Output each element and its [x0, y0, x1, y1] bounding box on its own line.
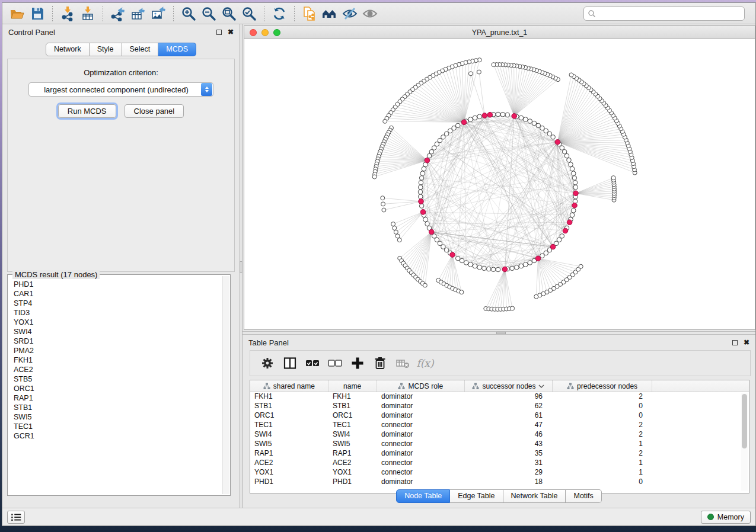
mcds-node-item[interactable]: SWI5 — [14, 412, 222, 422]
table-row[interactable]: ACE2ACE2connector311 — [250, 459, 749, 468]
mcds-node-item[interactable]: SRD1 — [14, 336, 222, 346]
add-column-button[interactable] — [346, 352, 369, 374]
column-header-shared-name[interactable]: shared name — [250, 380, 328, 392]
mcds-node-item[interactable]: SWI4 — [14, 327, 222, 336]
new-network-from-selection-button[interactable] — [299, 5, 320, 23]
control-panel-tabs: NetworkStyleSelectMCDS — [2, 43, 240, 56]
table-settings-button[interactable] — [256, 352, 279, 374]
mcds-node-item[interactable]: STB5 — [14, 374, 222, 384]
horizontal-splitter-handle[interactable] — [496, 332, 506, 334]
column-header-name[interactable]: name — [328, 380, 377, 392]
zoom-fit-button[interactable] — [219, 5, 239, 23]
table-row[interactable]: PHD1PHD1dominator180 — [250, 477, 749, 487]
mcds-node-item[interactable]: PHD1 — [14, 280, 222, 289]
deselect-all-icon — [328, 356, 342, 370]
close-table-panel-icon[interactable]: ✖ — [744, 339, 749, 346]
save-session-button[interactable] — [27, 5, 47, 23]
mcds-node-item[interactable]: ORC1 — [14, 384, 222, 393]
tab-node-table[interactable]: Node Table — [396, 489, 450, 503]
mcds-node-item[interactable]: PMA2 — [14, 346, 222, 355]
tab-motifs[interactable]: Motifs — [566, 489, 601, 503]
zoom-in-icon — [181, 6, 196, 21]
open-session-button[interactable] — [7, 5, 27, 23]
table-row[interactable]: TEC1TEC1connector472 — [250, 421, 749, 430]
column-header-predecessor-nodes[interactable]: predecessor nodes — [553, 380, 653, 392]
export-network-button[interactable] — [108, 5, 128, 23]
table-scrollbar[interactable] — [741, 393, 748, 491]
zoom-in-button[interactable] — [178, 5, 199, 23]
export-network-icon — [110, 6, 126, 21]
import-network-button[interactable] — [58, 5, 78, 23]
first-neighbors-button[interactable] — [320, 5, 340, 23]
table-row[interactable]: SWI4SWI4dominator462 — [250, 430, 749, 440]
export-table-button[interactable] — [128, 5, 148, 23]
run-mcds-button[interactable]: Run MCDS — [58, 104, 116, 118]
table-scrollbar-thumb[interactable] — [742, 394, 747, 448]
column-header-MCDS-role[interactable]: MCDS role — [377, 380, 465, 392]
mcds-node-item[interactable]: TID3 — [14, 308, 222, 318]
sort-chevron-icon — [538, 384, 544, 388]
network-graph[interactable] — [244, 39, 755, 329]
tab-select[interactable]: Select — [122, 43, 159, 56]
workspace: Control Panel ✖ NetworkStyleSelectMCDS O… — [2, 24, 755, 508]
fx-icon: f(x) — [416, 357, 433, 369]
column-header-filler — [652, 380, 749, 392]
mcds-node-item[interactable]: CAR1 — [14, 289, 222, 299]
tab-network-table[interactable]: Network Table — [503, 489, 566, 503]
table-row[interactable]: SWI5SWI5connector431 — [250, 440, 749, 449]
tab-network[interactable]: Network — [46, 43, 90, 56]
column-visibility-button[interactable] — [279, 352, 301, 374]
node-table: shared namenameMCDS rolesuccessor nodesp… — [250, 380, 749, 493]
toolbar-separator — [52, 6, 53, 21]
network-window-titlebar[interactable]: YPA_prune.txt_1 — [244, 26, 755, 39]
float-panel-icon[interactable] — [216, 30, 222, 35]
mcds-node-item[interactable]: YOX1 — [14, 318, 222, 327]
network-canvas[interactable] — [244, 39, 755, 329]
mcds-node-item[interactable]: TEC1 — [14, 422, 222, 431]
import-table-button[interactable] — [78, 5, 98, 23]
task-history-button[interactable] — [7, 511, 25, 524]
mcds-result-scrollbar[interactable] — [222, 276, 229, 494]
close-panel-icon[interactable]: ✖ — [228, 28, 234, 36]
tab-edge-table[interactable]: Edge Table — [450, 489, 503, 503]
mcds-node-item[interactable]: GCR1 — [14, 431, 222, 441]
mcds-node-item[interactable]: RAP1 — [14, 393, 222, 403]
status-bar: Memory — [2, 508, 755, 525]
mcds-node-item[interactable]: FKH1 — [14, 355, 222, 365]
toolbar-separator — [173, 6, 174, 21]
show-all-button[interactable] — [360, 5, 380, 23]
control-panel-title: Control Panel — [8, 28, 55, 37]
delete-column-button[interactable] — [369, 352, 391, 374]
select-all-rows-button[interactable] — [301, 352, 324, 374]
table-row[interactable]: FKH1FKH1dominator962 — [250, 392, 749, 402]
optimization-criterion-select[interactable]: largest connected component (undirected) — [28, 82, 213, 97]
memory-button[interactable]: Memory — [701, 511, 751, 524]
app-window: Control Panel ✖ NetworkStyleSelectMCDS O… — [2, 2, 756, 526]
table-row[interactable]: RAP1RAP1dominator352 — [250, 449, 749, 459]
search-input[interactable] — [583, 7, 745, 21]
table-row[interactable]: ORC1ORC1dominator610 — [250, 411, 749, 421]
tab-mcds[interactable]: MCDS — [158, 43, 196, 56]
table-row[interactable]: YOX1YOX1connector291 — [250, 468, 749, 477]
export-image-button[interactable] — [148, 5, 168, 23]
new-network-from-selection-icon — [302, 6, 317, 21]
zoom-fit-icon — [221, 6, 237, 21]
tree-icon — [398, 383, 405, 390]
zoom-out-button[interactable] — [199, 5, 219, 23]
refresh-layout-button[interactable] — [269, 5, 289, 23]
mcds-node-item[interactable]: STP4 — [14, 299, 222, 308]
table-panel: Table Panel ✖ f(x) shared namenameMCDS r… — [243, 335, 755, 508]
hide-selected-button[interactable] — [340, 5, 360, 23]
mcds-node-item[interactable]: STB1 — [14, 403, 222, 412]
mcds-node-item[interactable]: ACE2 — [14, 365, 222, 374]
column-header-successor-nodes[interactable]: successor nodes — [465, 380, 553, 392]
deselect-all-rows-button[interactable] — [324, 352, 346, 374]
search-box — [583, 7, 745, 21]
tab-style[interactable]: Style — [90, 43, 122, 56]
zoom-selected-button[interactable] — [239, 5, 259, 23]
table-row[interactable]: STB1STB1dominator620 — [250, 402, 749, 411]
close-panel-button[interactable]: Close panel — [125, 104, 184, 118]
mcds-result-list[interactable]: PHD1CAR1STP4TID3YOX1SWI4SRD1PMA2FKH1ACE2… — [9, 276, 222, 494]
table-panel-title: Table Panel — [248, 338, 289, 347]
float-table-panel-icon[interactable] — [732, 340, 738, 345]
